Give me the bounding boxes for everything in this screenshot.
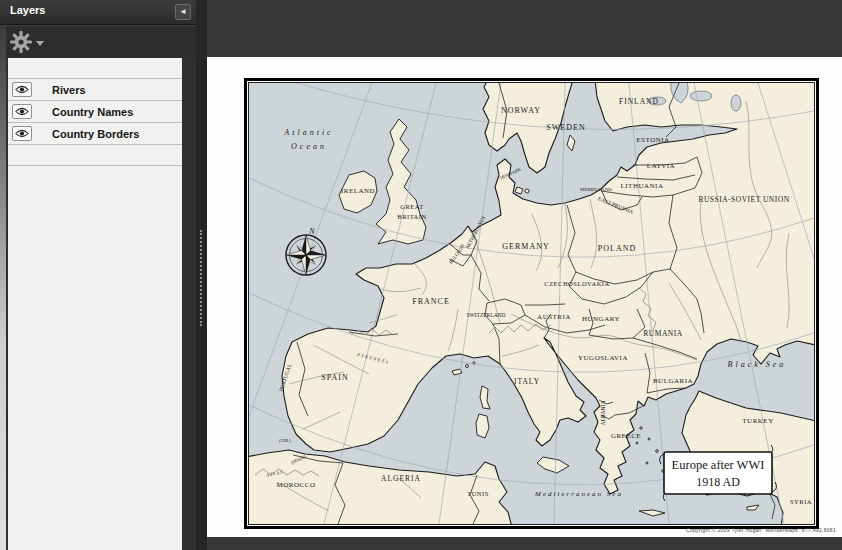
- panel-title: Layers: [10, 4, 45, 16]
- map-label-russia-soviet-union: RUSSIA-SOVIET UNION: [698, 195, 789, 204]
- map-label-mediterranean-sea: Mediterranean Sea: [534, 490, 623, 498]
- layer-visibility-eye-button[interactable]: [12, 82, 32, 97]
- map-label-france: FRANCE: [412, 297, 450, 306]
- layer-row-rivers[interactable]: Rivers: [8, 79, 182, 101]
- list-spacer: [8, 58, 182, 79]
- layer-visibility-eye-button[interactable]: [12, 104, 32, 119]
- map-label-austria: AUSTRIA: [537, 313, 571, 321]
- map-title-line2: 1918 AD: [696, 475, 740, 489]
- map-label-lithuania: LITHUANIA: [621, 182, 664, 190]
- map-document[interactable]: AtlanticOceanNORWAYSWEDENFINLANDESTONIAL…: [244, 78, 819, 529]
- layer-visibility-eye-button[interactable]: [12, 126, 32, 141]
- layer-row-country-borders[interactable]: Country Borders: [8, 123, 182, 145]
- map-label-n: N: [308, 227, 315, 236]
- layer-row-country-names[interactable]: Country Names: [8, 101, 182, 123]
- map-border-inner: AtlanticOceanNORWAYSWEDENFINLANDESTONIAL…: [248, 82, 815, 525]
- map-label-rumania: RUMANIA: [643, 329, 682, 338]
- map-label-albania: ALBANIA: [600, 401, 606, 426]
- map-label-britain: BRITAIN: [397, 213, 426, 220]
- panel-splitter[interactable]: [196, 0, 207, 550]
- map-label-germany: GERMANY: [502, 242, 549, 251]
- eye-icon: [15, 107, 29, 116]
- eye-icon: [15, 129, 29, 138]
- map-title-banner: Europe after WWI 1918 AD: [660, 445, 777, 501]
- map-label-czechoslovakia: CZECHOSLOVAKIA: [544, 280, 609, 287]
- acrobat-window: { "panel": { "title": "Layers", "collaps…: [0, 0, 842, 550]
- map-label-norway: NORWAY: [501, 106, 541, 115]
- map-label-atlantic: Atlantic: [283, 128, 333, 137]
- layer-label: Country Names: [52, 106, 133, 118]
- document-page: AtlanticOceanNORWAYSWEDENFINLANDESTONIAL…: [207, 57, 842, 537]
- map-label-latvia: LATVIA: [647, 162, 675, 170]
- empty-row: [8, 145, 182, 166]
- map-label-yugoslavia: YUGOSLAVIA: [578, 354, 628, 362]
- map-label-memelland: MEMELLAND: [580, 187, 612, 192]
- map-label-black-sea: Black Sea: [728, 360, 787, 369]
- map-label-bulgaria: BULGARIA: [653, 377, 693, 385]
- layer-label: Rivers: [52, 84, 86, 96]
- copyright-line: Copyright © 2009 Tyler Hogan "WonderMaps…: [686, 527, 836, 533]
- map-label-tunis: TUNIS: [467, 490, 489, 497]
- eye-icon: [15, 85, 29, 94]
- map-label-switzerland: SWITZERLAND: [466, 312, 505, 318]
- map-label-great: GREAT: [400, 203, 423, 210]
- layer-label: Country Borders: [52, 128, 139, 140]
- gear-dropdown-caret-icon: [36, 41, 44, 46]
- collapse-panel-button[interactable]: ◄: [175, 4, 191, 20]
- layers-toolbar: [0, 25, 196, 59]
- left-edge-strip: [0, 26, 6, 550]
- map-label-sweden: SWEDEN: [546, 123, 585, 132]
- map-label-ocean: Ocean: [291, 142, 327, 151]
- map-label-hungary: HUNGARY: [582, 315, 620, 323]
- splitter-grip-icon: [200, 230, 202, 326]
- map-label-morocco: MOROCCO: [277, 481, 316, 489]
- gear-icon: [10, 31, 32, 53]
- map-label-syria: SYRIA: [790, 498, 812, 505]
- layers-panel-header: Layers ◄: [0, 0, 196, 25]
- options-gear-button[interactable]: [10, 31, 44, 55]
- map-label-turkey: TURKEY: [742, 417, 773, 425]
- map-label-finland: FINLAND: [619, 97, 659, 106]
- map-label-greece: GREECE: [611, 432, 641, 440]
- map-label-ireland: IRELAND: [341, 187, 375, 195]
- map-label-poland: POLAND: [598, 244, 636, 253]
- map-label-italy: ITALY: [514, 377, 540, 386]
- map-label-spain: SPAIN: [321, 373, 348, 382]
- map-label--gib-: (GIB.): [279, 438, 291, 443]
- map-title-line1: Europe after WWI: [672, 458, 765, 472]
- europe-map-image: AtlanticOceanNORWAYSWEDENFINLANDESTONIAL…: [249, 83, 814, 524]
- map-label-algeria: ALGERIA: [381, 474, 421, 483]
- layers-list: Rivers Country Names Country Borders: [8, 58, 182, 550]
- map-label-estonia: ESTONIA: [636, 136, 669, 144]
- layers-panel: Layers ◄: [0, 0, 196, 550]
- compass-rose-icon: [286, 235, 326, 275]
